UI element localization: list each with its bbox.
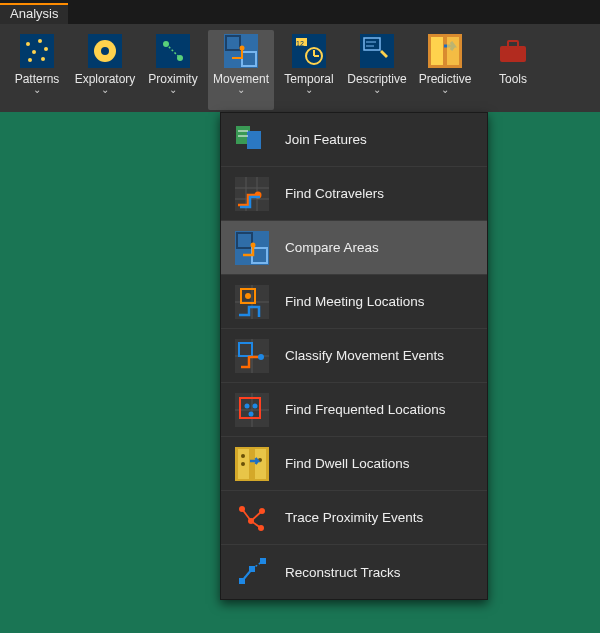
menu-label: Join Features	[285, 132, 367, 147]
movement-icon	[224, 34, 258, 68]
chevron-down-icon: ⌄	[169, 86, 177, 94]
join-features-icon	[235, 123, 269, 157]
classify-movement-events-icon	[235, 339, 269, 373]
ribbon-label: Tools	[499, 72, 527, 86]
menu-compare-areas[interactable]: Compare Areas	[221, 221, 487, 275]
ribbon-exploratory[interactable]: Exploratory ⌄	[72, 30, 138, 110]
tab-analysis[interactable]: Analysis	[0, 3, 68, 24]
ribbon-descriptive[interactable]: Descriptive ⌄	[344, 30, 410, 110]
chevron-down-icon: ⌄	[441, 86, 449, 94]
svg-rect-24	[360, 34, 394, 68]
svg-point-67	[241, 454, 245, 458]
compare-areas-icon	[235, 231, 269, 265]
descriptive-icon	[360, 34, 394, 68]
patterns-icon	[20, 34, 54, 68]
svg-point-9	[101, 47, 109, 55]
svg-point-6	[41, 57, 45, 61]
menu-label: Reconstruct Tracks	[285, 565, 401, 580]
svg-rect-32	[508, 41, 518, 47]
svg-rect-29	[431, 37, 443, 65]
svg-point-61	[245, 403, 250, 408]
menu-trace-proximity-events[interactable]: Trace Proximity Events	[221, 491, 487, 545]
menu-find-frequented-locations[interactable]: Find Frequented Locations	[221, 383, 487, 437]
svg-point-51	[245, 293, 251, 299]
ribbon-patterns[interactable]: Patterns ⌄	[4, 30, 70, 110]
chevron-down-icon: ⌄	[237, 86, 245, 94]
menu-label: Trace Proximity Events	[285, 510, 423, 525]
ribbon-temporal[interactable]: 12 Temporal ⌄	[276, 30, 342, 110]
svg-point-3	[32, 50, 36, 54]
menu-find-cotravelers[interactable]: Find Cotravelers	[221, 167, 487, 221]
svg-rect-30	[447, 37, 459, 65]
svg-point-2	[38, 39, 42, 43]
ribbon-predictive[interactable]: Predictive ⌄	[412, 30, 478, 110]
find-frequented-locations-icon	[235, 393, 269, 427]
svg-point-46	[251, 242, 256, 247]
svg-rect-34	[247, 131, 261, 149]
chevron-down-icon: ⌄	[33, 86, 41, 94]
svg-point-17	[240, 46, 245, 51]
menu-classify-movement-events[interactable]: Classify Movement Events	[221, 329, 487, 383]
chevron-down-icon: ⌄	[373, 86, 381, 94]
svg-point-5	[28, 58, 32, 62]
svg-point-4	[44, 47, 48, 51]
ribbon-proximity[interactable]: Proximity ⌄	[140, 30, 206, 110]
menu-label: Find Dwell Locations	[285, 456, 410, 471]
svg-point-68	[241, 462, 245, 466]
trace-proximity-events-icon	[235, 501, 269, 535]
find-meeting-locations-icon	[235, 285, 269, 319]
proximity-icon	[156, 34, 190, 68]
exploratory-icon	[88, 34, 122, 68]
chevron-down-icon: ⌄	[101, 86, 109, 94]
svg-point-1	[26, 42, 30, 46]
menu-find-dwell-locations[interactable]: Find Dwell Locations	[221, 437, 487, 491]
predictive-icon	[428, 34, 462, 68]
find-cotravelers-icon	[235, 177, 269, 211]
menu-label: Classify Movement Events	[285, 348, 444, 363]
menu-reconstruct-tracks[interactable]: Reconstruct Tracks	[221, 545, 487, 599]
ribbon-movement[interactable]: Movement ⌄	[208, 30, 274, 110]
menu-label: Find Frequented Locations	[285, 402, 446, 417]
menu-join-features[interactable]: Join Features	[221, 113, 487, 167]
svg-rect-31	[500, 46, 526, 62]
svg-rect-0	[20, 34, 54, 68]
menu-label: Find Cotravelers	[285, 186, 384, 201]
svg-point-56	[258, 354, 264, 360]
movement-dropdown: Join Features Find Cotravelers Compare A…	[220, 112, 488, 600]
chevron-down-icon: ⌄	[305, 86, 313, 94]
temporal-icon: 12	[292, 34, 326, 68]
ribbon-tools[interactable]: Tools	[480, 30, 546, 110]
tools-icon	[496, 34, 530, 68]
svg-point-63	[249, 411, 254, 416]
menu-label: Compare Areas	[285, 240, 379, 255]
tab-bar: Analysis	[0, 0, 600, 24]
svg-point-62	[253, 403, 258, 408]
menu-find-meeting-locations[interactable]: Find Meeting Locations	[221, 275, 487, 329]
find-dwell-locations-icon	[235, 447, 269, 481]
analysis-ribbon: Patterns ⌄ Exploratory ⌄ Proximity ⌄ Mov…	[0, 24, 600, 112]
svg-text:12: 12	[296, 40, 304, 47]
menu-label: Find Meeting Locations	[285, 294, 425, 309]
reconstruct-tracks-icon	[235, 555, 269, 589]
